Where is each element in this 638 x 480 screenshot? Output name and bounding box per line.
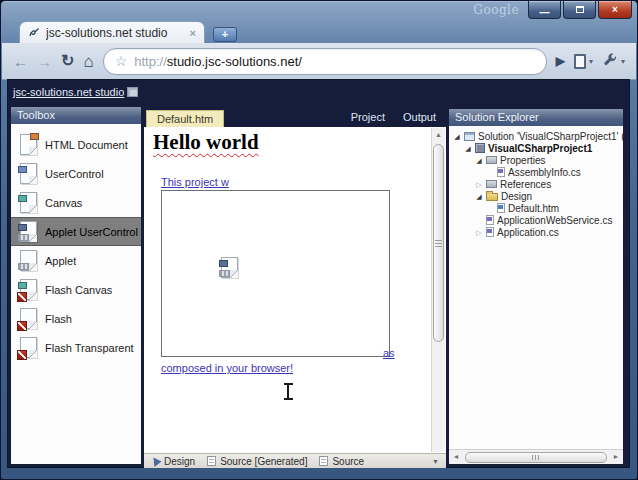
page-fold (29, 205, 37, 213)
editor-menu-output[interactable]: Output (403, 111, 436, 123)
favicon-icon (28, 27, 40, 39)
tree-item-application-cs[interactable]: ▷Application.cs (449, 226, 623, 238)
browser-window: Google — × jsc-solutions.net studio × + … (0, 0, 638, 480)
references-icon (486, 180, 497, 188)
editor-panel: Default.htm ProjectOutput Hello world Th… (144, 109, 446, 468)
thumb-grip (532, 455, 541, 460)
dropped-applet-usercontrol[interactable] (221, 257, 238, 282)
toolbox-header: Toolbox (11, 107, 141, 124)
toolbox-item-flash-transparent[interactable]: Flash Transparent (11, 333, 141, 362)
caret-down-icon: ▾ (621, 57, 625, 66)
toolbox-item-canvas[interactable]: Canvas (11, 188, 141, 217)
tree-item-design[interactable]: ◢Design (449, 190, 623, 202)
toolbox-item-usercontrol[interactable]: UserControl (11, 159, 141, 188)
browser-tab[interactable]: jsc-solutions.net studio × (19, 21, 205, 43)
scroll-down-icon[interactable]: ▼ (432, 458, 439, 465)
paragraph-link-after-box[interactable]: as (383, 347, 395, 359)
home-button[interactable]: ⌂ (83, 53, 93, 70)
restore-icon (576, 6, 584, 13)
toolbox-item-html-document[interactable]: HTML Document (11, 130, 141, 159)
tree-item-label: VisualCSharpProject1 (488, 143, 592, 154)
tab-title: jsc-solutions.net studio (46, 26, 184, 40)
tree-item-default-htm[interactable]: Default.htm (449, 202, 623, 214)
go-button[interactable]: ▶ (556, 55, 565, 67)
tree-item-references[interactable]: ▷References (449, 178, 623, 190)
toolbox-item-label: HTML Document (45, 139, 128, 151)
tools-menu-button[interactable]: ▾ (602, 53, 625, 69)
tree-item-label: Application.cs (497, 227, 559, 238)
thumb-grip (435, 240, 442, 247)
tree-item-visualcsharpproject1[interactable]: ◢VisualCSharpProject1 (449, 142, 623, 154)
source-view-icon (319, 456, 328, 466)
close-button[interactable]: × (598, 1, 632, 19)
view-label: Design (164, 456, 195, 467)
site-header-link[interactable]: jsc-solutions.net studio (13, 86, 138, 98)
view-source-generated[interactable]: Source [Generated] (207, 456, 307, 467)
tree-item-assemblyinfo-cs[interactable]: AssemblyInfo.cs (449, 166, 623, 178)
page-fold (29, 176, 37, 184)
vertical-scrollbar-thumb[interactable] (433, 144, 444, 342)
editor-menu: ProjectOutput (351, 111, 436, 123)
forward-button[interactable]: → (37, 54, 52, 69)
toolbox-item-applet[interactable]: Applet (11, 246, 141, 275)
page-fold (29, 147, 37, 155)
new-tab-button[interactable]: + (213, 27, 237, 42)
collapsed-arrow-icon[interactable]: ▷ (475, 229, 483, 236)
toolbox-item-flash[interactable]: Flash (11, 304, 141, 333)
document-tab-default-htm[interactable]: Default.htm (146, 110, 224, 127)
solution-icon (464, 132, 475, 141)
expanded-arrow-icon[interactable]: ◢ (453, 133, 461, 140)
horizontal-scrollbar-thumb[interactable] (465, 452, 607, 463)
titlebar[interactable]: Google — × jsc-solutions.net studio × + (1, 1, 637, 43)
tree-item-label: Solution 'VisualCSharpProject1' (1 proj (478, 131, 623, 142)
window-controls: — × (528, 1, 632, 19)
scroll-up-icon[interactable]: ▲ (432, 128, 445, 142)
design-surface[interactable]: Hello world This project w as composed i… (144, 127, 446, 453)
usercontrol-icon (20, 163, 37, 184)
expanded-arrow-icon[interactable]: ◢ (475, 193, 483, 200)
tab-close-icon[interactable]: × (190, 27, 196, 39)
expanded-arrow-icon[interactable]: ◢ (464, 145, 472, 152)
toolbox-list: HTML DocumentUserControlCanvasApplet Use… (11, 124, 141, 464)
page-menu-button[interactable]: ▾ (574, 54, 593, 69)
layout-box[interactable] (161, 190, 390, 357)
minimize-button[interactable]: — (528, 1, 561, 19)
paragraph-link-line2[interactable]: composed in your browser! (161, 362, 293, 374)
bookmark-star-icon[interactable]: ☆ (115, 53, 128, 69)
cs-file-icon (497, 167, 505, 177)
toolbox-item-label: Applet (45, 255, 76, 267)
canvas-icon (20, 192, 37, 213)
collapsed-arrow-icon[interactable]: ▷ (475, 181, 483, 188)
toolbox-item-flash-canvas[interactable]: Flash Canvas (11, 275, 141, 304)
view-design[interactable]: Design (151, 456, 195, 467)
close-icon: × (612, 4, 618, 15)
toolbox-item-label: Flash Canvas (45, 284, 112, 296)
tree-item-applicationwebservice-cs[interactable]: ApplicationWebService.cs (449, 214, 623, 226)
toolbox-item-applet-usercontrol[interactable]: Applet UserControl (11, 217, 141, 246)
scroll-right-icon[interactable]: ► (609, 450, 623, 464)
project-icon (475, 143, 485, 153)
scroll-left-icon[interactable]: ◄ (449, 450, 463, 464)
view-switch-bar: DesignSource [Generated]Source ▼ (144, 453, 446, 468)
address-bar[interactable]: ☆ http:// studio.jsc-solutions.net/ (103, 48, 547, 75)
tree-item-solution-visualcsharpproject1-1-proj[interactable]: ◢Solution 'VisualCSharpProject1' (1 proj (449, 130, 623, 142)
tree-item-label: ApplicationWebService.cs (497, 215, 612, 226)
editor-menu-project[interactable]: Project (351, 111, 385, 123)
editor-vertical-scrollbar[interactable]: ▲ (431, 128, 445, 452)
wrench-icon (602, 53, 618, 69)
tree-item-properties[interactable]: ◢Properties (449, 154, 623, 166)
studio-page: jsc-solutions.net studio Toolbox HTML Do… (8, 80, 629, 467)
toolbox-panel: Toolbox HTML DocumentUserControlCanvasAp… (11, 107, 141, 464)
page-fold (29, 234, 37, 242)
expanded-arrow-icon[interactable]: ◢ (475, 157, 483, 164)
solution-explorer-horizontal-scrollbar[interactable]: ◄ ► (449, 449, 623, 464)
hello-world-heading: Hello world (153, 130, 259, 155)
view-source[interactable]: Source (319, 456, 364, 467)
solution-explorer-panel: Solution Explorer ◢Solution 'VisualCShar… (449, 109, 623, 464)
back-button[interactable]: ← (13, 54, 28, 69)
refresh-button[interactable]: ↻ (61, 53, 74, 69)
url-host: studio.jsc-solutions.net/ (167, 54, 302, 69)
caret-down-icon: ▾ (589, 57, 593, 66)
restore-button[interactable] (563, 1, 596, 19)
paragraph-link-before-box[interactable]: This project w (161, 176, 229, 188)
